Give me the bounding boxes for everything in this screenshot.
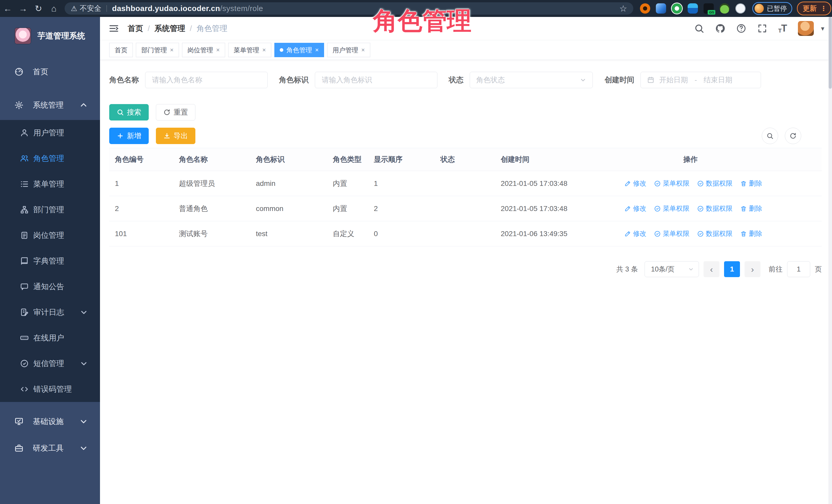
column-header: 操作 <box>603 155 822 164</box>
menu-permission-link[interactable]: 菜单权限 <box>654 204 690 213</box>
sidebar-item-online-users[interactable]: 在线用户 <box>0 325 100 351</box>
sidebar-item-menus[interactable]: 菜单管理 <box>0 171 100 197</box>
extensions-puzzle-icon[interactable] <box>735 3 746 14</box>
tag-menus[interactable]: 菜单管理× <box>228 43 271 57</box>
delete-link[interactable]: 删除 <box>740 204 762 213</box>
role-name-input[interactable] <box>145 72 268 88</box>
back-icon[interactable]: ← <box>0 4 16 14</box>
github-icon[interactable] <box>715 23 725 33</box>
close-icon[interactable]: × <box>262 46 266 54</box>
sidebar-item-notices[interactable]: 通知公告 <box>0 274 100 299</box>
goto-page-field[interactable] <box>790 265 807 273</box>
tag-departments[interactable]: 部门管理× <box>136 43 179 57</box>
edit-link[interactable]: 修改 <box>624 229 646 238</box>
sidebar-logo[interactable]: 芋道管理系统 <box>0 17 100 48</box>
add-button[interactable]: 新增 <box>109 128 149 144</box>
sidebar-item-roles[interactable]: 角色管理 <box>0 145 100 171</box>
goto-page-input[interactable] <box>787 261 810 277</box>
caret-down-icon[interactable]: ▾ <box>821 25 824 32</box>
data-permission-label: 数据权限 <box>706 179 732 188</box>
chevron-down-icon <box>580 77 587 83</box>
page-scrollbar[interactable] <box>828 17 832 504</box>
role-key-field[interactable] <box>321 76 431 84</box>
next-page-button[interactable]: › <box>745 261 760 277</box>
sidebar-item-users[interactable]: 用户管理 <box>0 120 100 145</box>
toggle-search-button[interactable] <box>762 128 778 144</box>
close-icon[interactable]: × <box>170 46 174 54</box>
fullscreen-icon[interactable] <box>757 23 768 33</box>
column-header: 状态 <box>435 155 495 164</box>
sidebar-item-departments[interactable]: 部门管理 <box>0 197 100 222</box>
help-icon[interactable] <box>736 23 746 33</box>
delete-link[interactable]: 删除 <box>740 229 762 238</box>
download-icon <box>163 132 171 139</box>
sidebar-item-dictionary[interactable]: 字典管理 <box>0 248 100 274</box>
font-size-icon[interactable]: TT <box>778 23 787 33</box>
page-size-select[interactable]: 10条/页 <box>645 261 699 277</box>
role-key-input[interactable] <box>315 72 437 88</box>
sidebar-item-posts[interactable]: 岗位管理 <box>0 222 100 248</box>
profile-paused-chip[interactable]: 已暂停 <box>752 2 792 15</box>
close-icon[interactable]: × <box>361 46 365 54</box>
extension-sprout-icon[interactable] <box>720 3 730 14</box>
data-permission-link[interactable]: 数据权限 <box>697 204 732 213</box>
search-icon[interactable] <box>694 23 704 33</box>
menu-permission-link[interactable]: 菜单权限 <box>654 229 690 238</box>
data-permission-link[interactable]: 数据权限 <box>697 229 732 238</box>
close-icon[interactable]: × <box>315 46 319 54</box>
scrollbar-thumb[interactable] <box>829 17 832 89</box>
browser-menu-icon[interactable]: ⋮ <box>820 5 827 12</box>
extension-orange-icon[interactable] <box>640 3 650 14</box>
date-separator: - <box>695 76 697 84</box>
forward-icon[interactable]: → <box>16 4 31 14</box>
sidebar-item-sms[interactable]: 短信管理 <box>0 351 100 376</box>
date-range-picker[interactable]: 开始日期 - 结束日期 <box>641 72 761 88</box>
user-avatar[interactable] <box>798 21 814 36</box>
extension-gem-icon[interactable] <box>656 3 666 14</box>
breadcrumb-home[interactable]: 首页 <box>128 23 143 34</box>
sidebar-item-home[interactable]: 首页 <box>0 58 100 85</box>
page-number-active[interactable]: 1 <box>724 261 740 277</box>
bookmark-star-icon[interactable]: ☆ <box>620 3 627 14</box>
tag-home[interactable]: 首页 <box>109 43 133 57</box>
sidebar-item-error-codes[interactable]: 错误码管理 <box>0 376 100 402</box>
status-select[interactable]: 角色状态 <box>470 72 593 88</box>
address-bar[interactable]: ⚠ 不安全 dashboard.yudao.iocoder.cn/system/… <box>64 2 633 15</box>
edit-link[interactable]: 修改 <box>624 179 646 188</box>
extension-green-check-icon[interactable] <box>672 3 682 14</box>
search-button[interactable]: 搜索 <box>109 104 149 121</box>
online-indicator-icon <box>20 334 29 342</box>
sidebar-item-dev-tools[interactable]: 研发工具 <box>0 435 100 461</box>
table-row: 2 普通角色 common 内置 2 2021-01-05 17:03:48 修… <box>109 196 822 221</box>
sidebar-item-system[interactable]: 系统管理 <box>0 92 100 118</box>
role-name-field[interactable] <box>152 76 261 84</box>
toggle-knob <box>431 210 439 218</box>
home-icon[interactable]: ⌂ <box>46 4 61 14</box>
tag-users[interactable]: 用户管理× <box>327 43 370 57</box>
browser-update-button[interactable]: 更新 ⋮ <box>797 2 831 16</box>
close-icon[interactable]: × <box>216 46 220 54</box>
data-permission-link[interactable]: 数据权限 <box>697 179 732 188</box>
extension-tampermonkey-icon[interactable]: on <box>704 3 714 14</box>
menu-permission-link[interactable]: 菜单权限 <box>654 179 690 188</box>
prev-page-button[interactable]: ‹ <box>704 261 720 277</box>
role-type: 自定义 <box>327 229 368 239</box>
role-type: 内置 <box>327 204 368 214</box>
tag-posts[interactable]: 岗位管理× <box>182 43 225 57</box>
security-warning[interactable]: ⚠ 不安全 <box>71 4 101 13</box>
sidebar-item-infrastructure[interactable]: 基础设施 <box>0 408 100 435</box>
export-button[interactable]: 导出 <box>156 128 196 144</box>
delete-link[interactable]: 删除 <box>740 179 762 188</box>
reset-button[interactable]: 重置 <box>156 104 196 121</box>
extension-blue-cluster-icon[interactable] <box>688 3 698 14</box>
shield-check-icon <box>20 359 29 368</box>
circle-check-icon <box>654 180 661 187</box>
edit-link[interactable]: 修改 <box>624 204 646 213</box>
sidebar-item-audit-log[interactable]: 审计日志 <box>0 299 100 325</box>
refresh-table-button[interactable] <box>785 128 801 144</box>
tag-roles-active[interactable]: 角色管理× <box>274 43 324 57</box>
reload-icon[interactable]: ↻ <box>31 3 46 14</box>
breadcrumb-section[interactable]: 系统管理 <box>154 23 185 34</box>
menu-permission-label: 菜单权限 <box>663 179 690 188</box>
hamburger-icon[interactable] <box>109 23 119 33</box>
